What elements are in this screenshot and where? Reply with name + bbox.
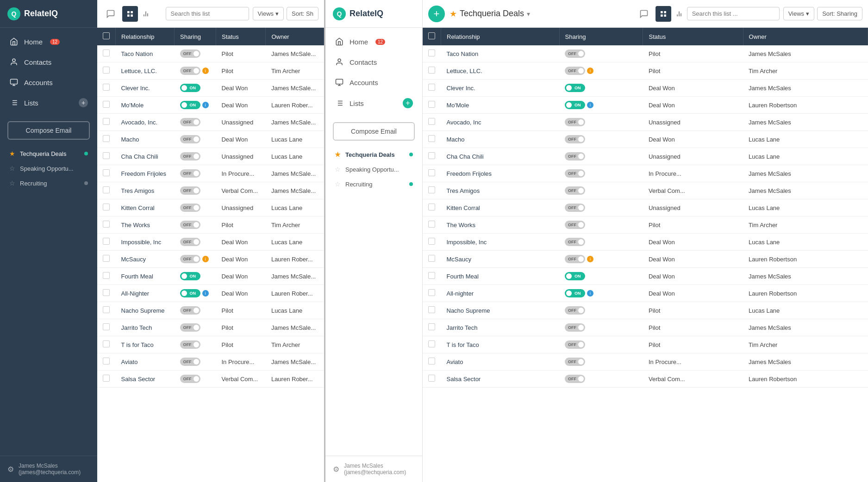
row-checkbox[interactable] <box>428 340 435 347</box>
sort-button[interactable]: Sort: Sh <box>287 7 318 20</box>
row-checkbox[interactable] <box>103 169 110 176</box>
row-checkbox[interactable] <box>428 101 435 108</box>
grid-view-button-2[interactable] <box>656 6 671 22</box>
sharing-toggle[interactable]: OFF <box>180 375 200 383</box>
lists-add-button[interactable]: + <box>79 98 88 107</box>
col-status-2[interactable]: Status <box>643 28 743 45</box>
company-name[interactable]: Impossible, Inc <box>121 239 162 246</box>
toolbar-star-2[interactable]: ★ <box>450 9 457 19</box>
row-checkbox[interactable] <box>428 358 435 365</box>
sharing-toggle[interactable]: OFF <box>180 169 200 178</box>
row-checkbox[interactable] <box>428 118 435 125</box>
toggle-info-icon[interactable]: i <box>587 290 593 297</box>
sharing-toggle[interactable]: ON <box>565 272 585 280</box>
sharing-toggle[interactable]: ON <box>180 289 200 297</box>
list-item-techqueria-2[interactable]: ★ Techqueria Deals <box>325 147 422 162</box>
sharing-toggle[interactable]: OFF <box>565 169 585 178</box>
sharing-toggle[interactable]: OFF <box>180 221 200 229</box>
row-checkbox[interactable] <box>428 204 435 210</box>
company-name[interactable]: Cha Cha Chili <box>447 153 484 160</box>
row-checkbox[interactable] <box>103 340 110 347</box>
row-checkbox[interactable] <box>103 289 110 296</box>
sidebar-item-contacts-2[interactable]: Contacts <box>325 52 422 72</box>
company-name[interactable]: Lettuce, LLC. <box>121 68 157 74</box>
list-item-speaking-2[interactable]: ☆ Speaking Opportu... <box>325 162 422 177</box>
sharing-toggle[interactable]: ON <box>180 101 200 109</box>
views-button-2[interactable]: Views ▾ <box>783 7 814 20</box>
sidebar-item-accounts[interactable]: Accounts <box>0 72 97 93</box>
col-relationship-2[interactable]: Relationship <box>441 28 560 45</box>
company-name[interactable]: Mo'Mole <box>121 102 144 109</box>
row-checkbox[interactable] <box>103 186 110 193</box>
sharing-toggle[interactable]: ON <box>180 272 200 280</box>
company-name[interactable]: Freedom Frijoles <box>447 170 492 177</box>
company-name[interactable]: Tres Amigos <box>121 187 155 194</box>
company-name[interactable]: Tres Amigos <box>447 187 480 194</box>
sharing-toggle[interactable]: OFF <box>180 186 200 195</box>
col-status[interactable]: Status <box>216 28 265 45</box>
toggle-info-icon[interactable]: i <box>202 102 209 108</box>
company-name[interactable]: Avocado, Inc. <box>121 119 158 126</box>
sharing-toggle[interactable]: OFF <box>180 358 200 366</box>
company-name[interactable]: Kitten Corral <box>121 204 155 211</box>
row-checkbox[interactable] <box>103 255 110 262</box>
col-owner-2[interactable]: Owner <box>743 28 868 45</box>
select-all-checkbox-2[interactable] <box>428 32 435 39</box>
select-all-checkbox[interactable] <box>103 32 110 39</box>
compose-email-button[interactable]: Compose Email <box>7 121 90 140</box>
row-checkbox[interactable] <box>103 375 110 382</box>
sharing-toggle[interactable]: OFF <box>565 323 585 332</box>
list-item-techqueria[interactable]: ★ Techqueria Deals <box>0 146 97 161</box>
sidebar-item-contacts[interactable]: Contacts <box>0 52 97 72</box>
sharing-toggle[interactable]: OFF <box>565 67 585 75</box>
sharing-toggle[interactable]: OFF <box>180 135 200 143</box>
company-name[interactable]: Lettuce, LLC. <box>447 68 482 74</box>
company-name[interactable]: Fourth Meal <box>121 273 153 280</box>
company-name[interactable]: Salsa Sector <box>447 376 481 383</box>
sharing-toggle[interactable]: OFF <box>180 204 200 212</box>
col-sharing[interactable]: Sharing <box>175 28 216 45</box>
row-checkbox[interactable] <box>428 135 435 142</box>
row-checkbox[interactable] <box>428 221 435 228</box>
sidebar-item-home-2[interactable]: Home 12 <box>325 31 422 52</box>
sharing-toggle[interactable]: OFF <box>565 306 585 315</box>
company-name[interactable]: Salsa Sector <box>121 376 156 383</box>
row-checkbox[interactable] <box>103 84 110 91</box>
company-name[interactable]: All-Nighter <box>121 290 150 297</box>
sharing-toggle[interactable]: OFF <box>180 118 200 126</box>
search-input-2[interactable] <box>687 7 780 20</box>
sharing-toggle[interactable]: OFF <box>565 186 585 195</box>
row-checkbox[interactable] <box>103 358 110 365</box>
company-name[interactable]: Clever Inc. <box>447 85 475 92</box>
sharing-toggle[interactable]: OFF <box>565 135 585 143</box>
company-name[interactable]: Mo'Mole <box>447 102 469 109</box>
company-name[interactable]: Clever Inc. <box>121 85 150 92</box>
gear-icon-2[interactable]: ⚙ <box>333 465 339 474</box>
sharing-toggle[interactable]: OFF <box>180 67 200 75</box>
company-name[interactable]: Aviato <box>121 358 138 365</box>
row-checkbox[interactable] <box>103 272 110 279</box>
sharing-toggle[interactable]: OFF <box>180 323 200 332</box>
row-checkbox[interactable] <box>103 204 110 210</box>
company-name[interactable]: T is for Taco <box>447 341 479 348</box>
row-checkbox[interactable] <box>428 272 435 279</box>
sharing-toggle[interactable]: OFF <box>180 340 200 349</box>
row-checkbox[interactable] <box>103 49 110 56</box>
company-name[interactable]: Freedom Frijoles <box>121 170 167 177</box>
row-checkbox[interactable] <box>428 289 435 296</box>
sharing-toggle[interactable]: OFF <box>565 204 585 212</box>
company-name[interactable]: Impossible, Inc <box>447 239 487 246</box>
row-checkbox[interactable] <box>428 152 435 159</box>
row-checkbox[interactable] <box>103 238 110 245</box>
list-item-recruiting-2[interactable]: ☆ Recruiting <box>325 177 422 192</box>
company-name[interactable]: Taco Nation <box>121 50 153 57</box>
row-checkbox[interactable] <box>103 221 110 228</box>
company-name[interactable]: Jarrito Tech <box>447 324 478 331</box>
row-checkbox[interactable] <box>103 306 110 313</box>
company-name[interactable]: All-nighter <box>447 290 474 297</box>
chart-view-button[interactable] <box>138 6 154 22</box>
company-name[interactable]: Aviato <box>447 358 463 365</box>
row-checkbox[interactable] <box>103 101 110 108</box>
gear-icon[interactable]: ⚙ <box>7 465 14 474</box>
toggle-info-icon[interactable]: i <box>587 68 593 74</box>
